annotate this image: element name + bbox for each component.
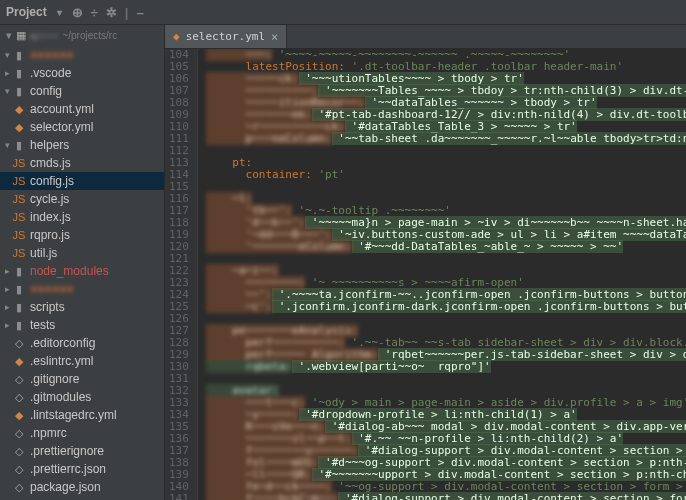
- tree-row[interactable]: JSconfig.js: [0, 172, 164, 190]
- editor: ◆ selector.yml × 10410510610710810911011…: [165, 25, 686, 500]
- project-root[interactable]: ▾ ▦ rc~~~ ~/projects/rc: [0, 27, 164, 44]
- tree-row[interactable]: ◇.prettierignore: [0, 442, 164, 460]
- tree-item-label: helpers: [30, 137, 69, 153]
- tree-row[interactable]: JScmds.js: [0, 154, 164, 172]
- tree-row[interactable]: ◇.gitmodules: [0, 388, 164, 406]
- project-root-path: ~/projects/rc: [62, 30, 117, 41]
- chevron-icon[interactable]: ▾: [2, 83, 12, 99]
- yml-icon: ◆: [173, 30, 180, 43]
- dir-icon: ▮: [12, 47, 26, 63]
- tree-row[interactable]: ◆account.yml: [0, 100, 164, 118]
- tree-row[interactable]: JScycle.js: [0, 190, 164, 208]
- tree-item-label: scripts: [30, 299, 65, 315]
- tree-item-label: index.js: [30, 209, 71, 225]
- tree-row[interactable]: ◇.npmrc: [0, 424, 164, 442]
- tree-row[interactable]: ▸▮■■■■■■: [0, 280, 164, 298]
- collapse-icon[interactable]: ÷: [91, 5, 98, 20]
- code-content[interactable]: ~~~: '~~~~-~~~~~-~~~~~~~~-~~~~~~ .~~~~~-…: [198, 49, 686, 500]
- tree-row[interactable]: ▸▮node_modules: [0, 262, 164, 280]
- tree-row[interactable]: JSutil.js: [0, 244, 164, 262]
- yml-icon: ◆: [12, 407, 26, 423]
- chevron-icon[interactable]: ▸: [2, 299, 12, 315]
- layout: ▾ ▦ rc~~~ ~/projects/rc ▾▮■■■■■■▸▮.vscod…: [0, 25, 686, 500]
- chevron-icon[interactable]: ▾: [2, 137, 12, 153]
- tree-row[interactable]: ▾▮■■■■■■: [0, 46, 164, 64]
- tree-row[interactable]: ◇.prettierrc.json: [0, 460, 164, 478]
- project-root-icon: ▦: [16, 29, 26, 42]
- tree-item-label: config: [30, 83, 62, 99]
- cfg-icon: ◇: [12, 479, 26, 495]
- tree-item-label: ■■■■■■: [30, 47, 74, 63]
- chevron-icon[interactable]: ▸: [2, 317, 12, 333]
- dir-icon: ▮: [12, 281, 26, 297]
- project-toolbar: Project ▾ ⊕ ÷ ✲ | –: [0, 0, 686, 25]
- tree-row[interactable]: ◇package.json: [0, 478, 164, 496]
- tab-label: selector.yml: [186, 30, 265, 43]
- tree-item-label: cycle.js: [30, 191, 69, 207]
- target-icon[interactable]: ⊕: [72, 5, 83, 20]
- chevron-icon[interactable]: ▾: [2, 47, 12, 63]
- js-icon: JS: [12, 155, 26, 171]
- tree-item-label: .eslintrc.yml: [30, 353, 93, 369]
- dir-icon: ▮: [12, 65, 26, 81]
- tree-item-label: node_modules: [30, 263, 109, 279]
- chevron-icon[interactable]: ▸: [2, 281, 12, 297]
- toolbar-icons: ⊕ ÷ ✲ | –: [72, 5, 144, 20]
- code-area[interactable]: 1041051061071081091101111121131141151161…: [165, 49, 686, 500]
- collapse-caret-icon[interactable]: ▾: [6, 29, 12, 42]
- tree-row[interactable]: ▸▮tests: [0, 316, 164, 334]
- tree-row[interactable]: ◆.eslintrc.yml: [0, 352, 164, 370]
- cfg-icon: ◇: [12, 335, 26, 351]
- separator: |: [125, 5, 129, 20]
- tree-item-label: .prettierignore: [30, 443, 104, 459]
- dir-icon: ▮: [12, 83, 26, 99]
- dropdown-caret-icon[interactable]: ▾: [57, 7, 62, 18]
- tab-selector-yml[interactable]: ◆ selector.yml ×: [165, 25, 287, 48]
- file-tree[interactable]: ▾▮■■■■■■▸▮.vscode▾▮config◆account.yml◆se…: [0, 44, 164, 500]
- hide-icon[interactable]: –: [136, 5, 143, 20]
- tree-item-label: .gitignore: [30, 371, 79, 387]
- yml-icon: ◆: [12, 119, 26, 135]
- tree-row[interactable]: ◇.editorconfig: [0, 334, 164, 352]
- js-icon: JS: [12, 227, 26, 243]
- cfg-icon: ◇: [12, 389, 26, 405]
- tree-row[interactable]: ▸▮scripts: [0, 298, 164, 316]
- tree-row[interactable]: ▸▮.vscode: [0, 64, 164, 82]
- tree-item-label: ■■■■■■: [30, 281, 74, 297]
- cfg-icon: ◇: [12, 461, 26, 477]
- tree-item-label: .editorconfig: [30, 335, 95, 351]
- tree-item-label: .gitmodules: [30, 389, 91, 405]
- tree-item-label: tests: [30, 317, 55, 333]
- js-icon: JS: [12, 173, 26, 189]
- tree-item-label: .vscode: [30, 65, 71, 81]
- tree-row[interactable]: ◆.lintstagedrc.yml: [0, 406, 164, 424]
- tree-item-label: cmds.js: [30, 155, 71, 171]
- gear-icon[interactable]: ✲: [106, 5, 117, 20]
- tree-item-label: rqpro.js: [30, 227, 70, 243]
- tree-item-label: config.js: [30, 173, 74, 189]
- yml-icon: ◆: [12, 101, 26, 117]
- tree-item-label: .lintstagedrc.yml: [30, 407, 117, 423]
- js-icon: JS: [12, 209, 26, 225]
- tree-row[interactable]: ▾▮config: [0, 82, 164, 100]
- tree-item-label: selector.yml: [30, 119, 93, 135]
- dir-icon: ▮: [12, 137, 26, 153]
- chevron-icon[interactable]: ▸: [2, 263, 12, 279]
- yml-icon: ◆: [12, 353, 26, 369]
- tree-row[interactable]: ◇.gitignore: [0, 370, 164, 388]
- tree-row[interactable]: ◇package-lock.json: [0, 496, 164, 500]
- project-root-name: rc~~~: [30, 30, 58, 42]
- tree-row[interactable]: ▾▮helpers: [0, 136, 164, 154]
- tree-row[interactable]: JSindex.js: [0, 208, 164, 226]
- line-gutter: 1041051061071081091101111121131141151161…: [165, 49, 198, 500]
- tab-bar: ◆ selector.yml ×: [165, 25, 686, 49]
- tree-item-label: account.yml: [30, 101, 94, 117]
- dir-icon: ▮: [12, 317, 26, 333]
- tree-row[interactable]: JSrqpro.js: [0, 226, 164, 244]
- tree-row[interactable]: ◆selector.yml: [0, 118, 164, 136]
- dir-icon: ▮: [12, 299, 26, 315]
- chevron-icon[interactable]: ▸: [2, 65, 12, 81]
- close-icon[interactable]: ×: [271, 30, 278, 44]
- cfg-icon: ◇: [12, 425, 26, 441]
- dir-icon: ▮: [12, 263, 26, 279]
